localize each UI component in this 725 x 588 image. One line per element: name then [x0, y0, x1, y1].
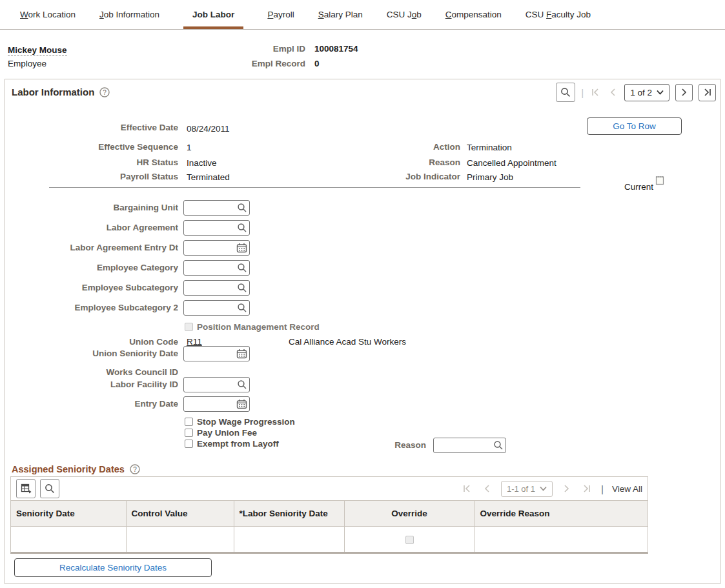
find-button[interactable] — [556, 83, 575, 102]
grid-pagination: 1-1 of 1 | View All — [461, 480, 642, 497]
grid-toolbar: 1-1 of 1 | View All — [11, 477, 648, 500]
calendar-icon[interactable] — [236, 399, 247, 411]
row-count-value: 1 of 2 — [630, 88, 652, 97]
tab-compensation[interactable]: Compensation — [445, 10, 502, 19]
note-icon — [655, 175, 664, 187]
payroll-status-label: Payroll Status — [5, 172, 178, 181]
employee-type: Employee — [8, 59, 46, 68]
row-count-select[interactable]: 1 of 2 — [624, 84, 669, 101]
next-row-button[interactable] — [675, 84, 693, 101]
tab-payroll[interactable]: Payroll — [267, 10, 294, 19]
tab-csu-job[interactable]: CSU Job — [387, 10, 422, 19]
calendar-icon[interactable] — [236, 243, 247, 255]
labor-agreement-entry-dt-input[interactable] — [183, 240, 250, 256]
first-icon — [591, 88, 600, 97]
seniority-table: Seniority Date Control Value *Labor Seni… — [11, 500, 648, 552]
labor-agreement-entry-dt-field[interactable] — [187, 241, 236, 254]
calendar-icon[interactable] — [236, 349, 247, 361]
help-icon[interactable]: ? — [99, 87, 110, 97]
exempt-from-layoff-row: Exempt from Layoff — [185, 439, 279, 449]
grid-previous-button[interactable] — [481, 480, 493, 497]
lookup-icon[interactable] — [237, 203, 247, 215]
chevron-left-icon — [609, 88, 617, 97]
chevron-right-icon — [563, 484, 571, 493]
grid-next-button[interactable] — [561, 480, 573, 497]
empl-record-label: Empl Record — [155, 59, 305, 68]
grid-action-menu-button[interactable] — [16, 479, 36, 498]
action-value: Termination — [467, 143, 512, 152]
lookup-icon[interactable] — [237, 303, 247, 315]
labor-agreement-field[interactable] — [187, 221, 236, 234]
recalculate-seniority-dates-button[interactable]: Recalculate Seniority Dates — [14, 558, 212, 577]
stop-wage-progression-row: Stop Wage Progression — [185, 417, 295, 427]
lookup-icon[interactable] — [237, 283, 247, 295]
tab-label: S — [318, 10, 324, 19]
entry-date-field[interactable] — [187, 398, 236, 411]
seniority-section-title: Assigned Seniority Dates ? — [12, 464, 140, 474]
lookup-icon[interactable] — [493, 440, 504, 452]
hr-status-label: HR Status — [5, 157, 178, 167]
help-icon[interactable]: ? — [130, 464, 140, 474]
employee-category-field[interactable] — [187, 261, 236, 274]
union-code-link[interactable]: R11 — [187, 337, 202, 347]
union-seniority-date-field[interactable] — [187, 347, 236, 360]
bargaining-unit-label: Bargaining Unit — [5, 200, 178, 216]
tab-salary-plan[interactable]: Salary Plan — [318, 10, 363, 19]
pay-union-fee-label: Pay Union Fee — [197, 428, 257, 438]
payroll-status-value: Terminated — [187, 172, 230, 182]
tab-label: ompensation — [452, 10, 502, 19]
layoff-reason-input[interactable] — [433, 438, 506, 453]
seniority-data-row — [11, 527, 648, 552]
employee-subcategory-2-field[interactable] — [187, 301, 236, 314]
last-icon — [703, 88, 712, 97]
bargaining-unit-field[interactable] — [187, 201, 236, 214]
tab-label: ob Information — [104, 10, 159, 19]
pay-union-fee-checkbox[interactable] — [185, 429, 193, 437]
lookup-icon[interactable] — [237, 263, 247, 275]
search-icon — [45, 483, 55, 494]
labor-facility-id-input[interactable] — [183, 377, 250, 392]
employee-subcategory-field[interactable] — [187, 281, 236, 294]
seniority-header-row: Seniority Date Control Value *Labor Seni… — [11, 501, 648, 527]
employee-subcategory-2-input[interactable] — [183, 300, 250, 316]
layoff-reason-field[interactable] — [436, 439, 492, 452]
previous-row-button[interactable] — [607, 84, 618, 101]
position-management-record-row: Position Management Record — [185, 322, 320, 332]
lookup-icon[interactable] — [237, 223, 247, 235]
union-code-description: Cal Alliance Acad Stu Workers — [289, 336, 406, 349]
seniority-grid: 1-1 of 1 | View All S — [10, 476, 648, 554]
employee-name-link[interactable]: Mickey Mouse — [8, 45, 67, 56]
cell-override — [344, 527, 475, 552]
tab-label: CSU — [526, 10, 546, 19]
stop-wage-progression-checkbox[interactable] — [185, 418, 193, 426]
pay-union-fee-row: Pay Union Fee — [185, 428, 257, 438]
employee-subcategory-input[interactable] — [183, 280, 250, 296]
tab-work-location[interactable]: Work Location — [20, 10, 76, 19]
grid-row-count-select[interactable]: 1-1 of 1 — [501, 481, 553, 497]
grid-first-button[interactable] — [461, 480, 473, 497]
grid-last-button[interactable] — [581, 480, 593, 497]
go-to-row-button[interactable]: Go To Row — [587, 117, 682, 135]
labor-agreement-input[interactable] — [183, 220, 250, 236]
labor-facility-id-label: Labor Facility ID — [5, 377, 178, 392]
grid-action-icon — [21, 483, 32, 494]
seniority-title-text: Assigned Seniority Dates — [12, 464, 125, 474]
position-management-record-checkbox — [185, 323, 193, 331]
bargaining-unit-input[interactable] — [183, 200, 250, 216]
entry-date-input[interactable] — [183, 396, 250, 412]
empl-id-label: Empl ID — [155, 44, 305, 54]
employee-category-input[interactable] — [183, 260, 250, 276]
tab-job-information[interactable]: Job Information — [99, 10, 159, 19]
first-row-button[interactable] — [589, 84, 601, 101]
exempt-from-layoff-checkbox[interactable] — [185, 440, 193, 448]
lookup-icon[interactable] — [237, 380, 247, 392]
union-seniority-date-input[interactable] — [183, 346, 250, 361]
tab-csu-faculty-job[interactable]: CSU Faculty Job — [526, 10, 591, 19]
grid-find-button[interactable] — [40, 479, 59, 498]
view-all-link[interactable]: View All — [612, 484, 642, 494]
job-labor-page: Work Location Job Information Job Labor … — [0, 0, 725, 588]
last-row-button[interactable] — [699, 84, 716, 101]
hr-status-value: Inactive — [187, 158, 217, 168]
labor-facility-id-field[interactable] — [187, 378, 236, 391]
tab-job-labor[interactable]: Job Labor — [183, 10, 243, 19]
